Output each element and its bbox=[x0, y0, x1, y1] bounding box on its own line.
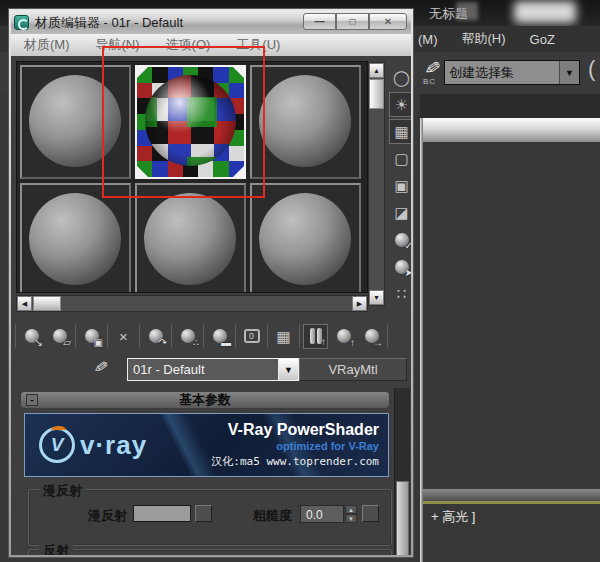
sample-type-sphere-icon[interactable]: ◯ bbox=[389, 65, 411, 90]
parameters-scroll-thumb[interactable] bbox=[396, 481, 409, 555]
horizontal-scroll-thumb[interactable] bbox=[33, 296, 61, 311]
put-material-to-scene-icon[interactable]: ▱ bbox=[47, 324, 72, 349]
material-name-dropdown[interactable]: 01r - Default ▼ bbox=[127, 358, 299, 381]
options-icon[interactable]: ✓ bbox=[389, 227, 411, 252]
material-type-button[interactable]: VRayMtl bbox=[299, 358, 407, 381]
banner-text-block: V-Ray PowerShader optimized for V-Ray 汉化… bbox=[197, 421, 388, 469]
menu-navigation[interactable]: 导航(N) bbox=[83, 36, 153, 54]
vray-logo-letter: V bbox=[51, 434, 64, 456]
get-material-icon[interactable]: ↘ bbox=[19, 324, 44, 349]
viewport-border-line bbox=[423, 501, 600, 504]
material-map-navigator-icon[interactable]: ∷ bbox=[389, 281, 411, 306]
minimize-button[interactable]: — bbox=[303, 13, 336, 30]
material-preview-sphere bbox=[259, 75, 351, 167]
icon-overlay-glyph: ↑ bbox=[321, 337, 326, 347]
backlight-icon[interactable]: ☀ bbox=[389, 92, 411, 117]
diffuse-color-swatch[interactable] bbox=[133, 505, 191, 522]
icon-overlay-glyph: ▱ bbox=[63, 338, 71, 348]
sample-slot[interactable] bbox=[250, 183, 361, 293]
material-id-channel-icon[interactable]: 0 bbox=[239, 324, 264, 349]
scroll-down-button[interactable]: ▼ bbox=[369, 290, 384, 305]
basic-parameters-rollout-header[interactable]: - 基本参数 bbox=[20, 391, 390, 409]
pick-material-eyedropper-icon[interactable]: ✎ bbox=[89, 358, 112, 376]
reflection-group-legend: 反射 bbox=[39, 542, 73, 555]
show-shaded-material-in-viewport-icon[interactable]: ▦ bbox=[271, 324, 296, 349]
material-preview-sphere bbox=[144, 193, 236, 285]
icon-glyph: ◯ bbox=[393, 70, 410, 85]
parameters-scrollbar[interactable] bbox=[394, 388, 410, 555]
show-end-result-icon[interactable]: ↑ bbox=[303, 324, 328, 349]
pencil-icon-caption: BC bbox=[423, 77, 436, 86]
slot-corner-mark bbox=[137, 166, 148, 177]
window-title: 材质编辑器 - 01r - Default bbox=[35, 14, 183, 32]
icon-overlay-glyph: → bbox=[373, 338, 383, 348]
icon-overlay-glyph: ▬ bbox=[221, 338, 231, 348]
make-unique-icon[interactable]: ∴ bbox=[175, 324, 200, 349]
diffuse-label: 漫反射 bbox=[88, 507, 127, 525]
go-to-parent-icon[interactable]: ↑ bbox=[331, 324, 356, 349]
make-material-copy-icon[interactable]: ↷ bbox=[143, 324, 168, 349]
sample-slot[interactable] bbox=[20, 65, 131, 179]
roughness-field[interactable]: 0.0 bbox=[300, 505, 344, 523]
spinner-down-icon[interactable]: ▼ bbox=[345, 514, 357, 523]
viewport-divider bbox=[423, 489, 600, 501]
sample-slot[interactable] bbox=[135, 183, 246, 293]
material-ball-glyph bbox=[337, 329, 351, 343]
material-editor-app-icon bbox=[14, 15, 29, 30]
named-selection-set-combobox[interactable]: 创建选择集 ▼ bbox=[444, 60, 580, 85]
select-by-material-icon[interactable]: ➤ bbox=[389, 254, 411, 279]
toolbar-separator bbox=[15, 324, 16, 348]
put-to-library-icon[interactable]: ▬ bbox=[207, 324, 232, 349]
icon-overlay-glyph: ↘ bbox=[35, 338, 43, 348]
sample-slot[interactable] bbox=[135, 65, 246, 179]
rollout-collapse-icon[interactable]: - bbox=[26, 394, 38, 406]
roughness-spinner[interactable]: ▲ ▼ bbox=[345, 505, 357, 523]
slots-horizontal-scrollbar[interactable]: ◀ ▶ bbox=[16, 295, 368, 312]
sample-uv-tiling-icon[interactable]: ▢ bbox=[389, 146, 411, 171]
checker-cell bbox=[137, 83, 152, 99]
scroll-left-button[interactable]: ◀ bbox=[17, 296, 32, 311]
icon-glyph: ☀ bbox=[395, 97, 408, 112]
maximize-button[interactable]: □ bbox=[336, 13, 369, 30]
material-preview-sphere bbox=[145, 75, 236, 166]
icon-overlay-glyph: ➤ bbox=[405, 268, 411, 278]
dropdown-arrow-icon[interactable]: ▼ bbox=[278, 359, 298, 380]
reflection-group: 反射 反射 bbox=[28, 549, 392, 555]
toolbar-separator bbox=[299, 324, 300, 348]
roughness-map-button[interactable] bbox=[362, 505, 379, 522]
icon-glyph: ▢ bbox=[394, 151, 408, 166]
slots-vertical-scrollbar[interactable]: ▲ ▼ bbox=[368, 62, 385, 306]
scroll-right-button[interactable]: ▶ bbox=[352, 296, 367, 311]
vertical-scroll-thumb[interactable] bbox=[369, 79, 384, 109]
checker-cell bbox=[229, 146, 244, 162]
menu-material[interactable]: 材质(M) bbox=[11, 36, 83, 54]
close-button[interactable]: ✕ bbox=[369, 13, 407, 30]
video-color-check-icon[interactable]: ▣ bbox=[389, 173, 411, 198]
checker-cell bbox=[213, 161, 228, 177]
sample-slot[interactable] bbox=[250, 65, 361, 179]
toolbar-separator bbox=[75, 324, 76, 348]
toolbar-separator bbox=[107, 324, 108, 348]
toolbar-separator bbox=[235, 324, 236, 348]
bg-menu-goz[interactable]: GoZ bbox=[530, 32, 555, 47]
checker-cell bbox=[213, 67, 228, 83]
background-icon[interactable]: ▦ bbox=[389, 119, 411, 144]
spinner-up-icon[interactable]: ▲ bbox=[345, 505, 357, 514]
checker-cell bbox=[229, 83, 244, 99]
diffuse-map-button[interactable] bbox=[195, 505, 212, 522]
bg-menu-help[interactable]: 帮助(H) bbox=[462, 30, 506, 48]
menu-tools[interactable]: 工具(U) bbox=[223, 36, 293, 54]
titlebar[interactable]: 材质编辑器 - 01r - Default — □ ✕ bbox=[11, 11, 411, 34]
background-panel-strip bbox=[420, 94, 600, 118]
menu-options[interactable]: 选项(O) bbox=[153, 36, 224, 54]
go-forward-to-sibling-icon[interactable]: → bbox=[359, 324, 384, 349]
make-preview-icon[interactable]: ◪ bbox=[389, 200, 411, 225]
bg-menu-partial[interactable]: (M) bbox=[418, 32, 438, 47]
combo-dropdown-arrow-icon[interactable]: ▼ bbox=[559, 61, 579, 84]
scroll-up-button[interactable]: ▲ bbox=[369, 63, 384, 78]
reset-map-mtl-icon[interactable]: × bbox=[111, 324, 136, 349]
assign-material-to-selection-icon[interactable]: ▣ bbox=[79, 324, 104, 349]
blurred-caption-button[interactable] bbox=[514, 1, 576, 23]
icon-glyph: ▦ bbox=[276, 329, 290, 344]
sample-slot[interactable] bbox=[20, 183, 131, 293]
